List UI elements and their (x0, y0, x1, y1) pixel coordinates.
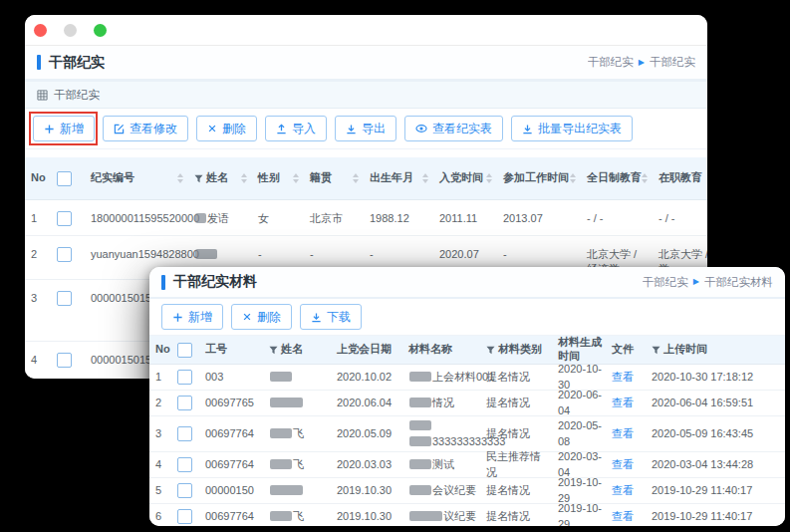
table-cell-generated_date: 2020-10-30 (552, 365, 606, 390)
row-checkbox[interactable] (177, 457, 192, 472)
table-cell-generated_date: 2020-06-04 (552, 391, 606, 415)
column-header[interactable]: 出生年月 (364, 157, 433, 199)
delete-button[interactable]: 删除 (196, 116, 257, 141)
table-cell-no: 6 (149, 504, 171, 526)
redacted-text (409, 372, 431, 382)
column-header[interactable]: 参加工作时间 (497, 157, 581, 199)
maximize-window-button[interactable] (94, 24, 107, 37)
redacted-text (409, 511, 442, 521)
table-cell-employee_id: 00000150 (199, 478, 263, 503)
breadcrumb-item[interactable]: 干部纪实 (588, 55, 634, 70)
row-checkbox[interactable] (57, 353, 72, 368)
cell-text: 议纪要 (443, 510, 476, 522)
download-button[interactable]: 下载 (300, 304, 362, 330)
add-button[interactable]: 新增 (161, 304, 223, 330)
row-checkbox[interactable] (177, 483, 192, 498)
column-header-label: 籍贯 (310, 171, 332, 185)
view-record-table-button[interactable]: 查看纪实表 (404, 116, 503, 141)
row-checkbox[interactable] (57, 211, 72, 226)
view-file-link[interactable]: 查看 (612, 457, 634, 472)
table-cell-check (171, 416, 199, 451)
column-header-label: No (155, 343, 170, 357)
export-button[interactable]: 导出 (335, 116, 396, 141)
table-row: 600697764飞2019.10.30议纪要提名情况2019-10-29查看2… (149, 504, 785, 526)
page-title: 干部纪实材料 (173, 273, 257, 291)
minimize-window-button[interactable] (64, 24, 77, 37)
table-header-row: No工号姓名上党会日期材料名称材料类别材料生成时间文件上传时间 (149, 336, 785, 365)
table-cell-generated_date: 2020-03-04 (552, 452, 606, 477)
column-header-label: 姓名 (281, 343, 303, 357)
title-accent-bar (161, 275, 165, 290)
column-header-label: 在职教育 (658, 171, 702, 185)
column-header-label: 入党时间 (439, 171, 483, 185)
sort-icon[interactable] (642, 173, 650, 183)
table-header-row: No纪实编号姓名性别籍贯出生年月入党时间参加工作时间全日制教育在职教育 (25, 157, 707, 200)
close-window-button[interactable] (34, 24, 47, 37)
column-header-label: 上传时间 (663, 343, 707, 357)
column-header-label: 材料类别 (498, 343, 542, 357)
row-checkbox[interactable] (177, 426, 192, 441)
delete-button[interactable]: 删除 (231, 304, 292, 330)
breadcrumb-item[interactable]: 干部纪实 (643, 275, 688, 290)
add-button[interactable]: 新增 (33, 116, 95, 141)
view-file-link[interactable]: 查看 (612, 370, 634, 385)
table-cell-name (263, 391, 331, 415)
table-cell-material_name: 情况 (402, 391, 480, 415)
sort-icon[interactable] (241, 173, 249, 183)
table-cell-meeting_date: 2020.06.04 (331, 391, 402, 415)
column-header-label: 工号 (205, 343, 227, 357)
view-file-link[interactable]: 查看 (612, 509, 634, 524)
column-header-label: 全日制教育 (587, 171, 642, 185)
column-header[interactable]: 全日制教育 (581, 157, 653, 199)
sort-icon[interactable] (422, 173, 430, 183)
row-checkbox[interactable] (57, 247, 72, 262)
table-cell-material_type: 提名情况 (480, 365, 552, 390)
view-edit-button[interactable]: 查看修改 (103, 116, 188, 141)
view-file-link[interactable]: 查看 (612, 426, 634, 441)
table-cell-no: 3 (25, 280, 51, 341)
import-button[interactable]: 导入 (265, 116, 327, 141)
cell-text: 测试 (432, 458, 454, 470)
select-all-checkbox[interactable] (177, 343, 192, 358)
sort-icon[interactable] (486, 173, 494, 183)
table-cell-no: 5 (149, 478, 171, 503)
plus-icon (172, 312, 183, 323)
sort-icon[interactable] (353, 173, 361, 183)
view-file-link[interactable]: 查看 (612, 396, 634, 410)
table-cell-native_place: 北京市 (304, 200, 364, 235)
redacted-text (409, 459, 431, 469)
row-checkbox[interactable] (177, 370, 192, 385)
table-cell-no: 2 (149, 391, 171, 415)
row-checkbox[interactable] (177, 396, 192, 410)
column-header-label: 参加工作时间 (503, 171, 569, 185)
table-cell-party_join_date: 2011.11 (433, 200, 497, 235)
sort-icon[interactable] (177, 173, 185, 183)
column-header[interactable]: 纪实编号 (85, 157, 188, 199)
table-cell-meeting_date: 2019.10.30 (331, 478, 402, 503)
row-checkbox[interactable] (177, 509, 192, 524)
cell-text: 情况 (432, 397, 454, 408)
column-header-label: 上党会日期 (337, 343, 392, 357)
column-header: 在职教育 (653, 157, 707, 199)
column-header[interactable]: 籍贯 (304, 157, 364, 199)
breadcrumb-item-current: 干部纪实 (650, 55, 695, 70)
redacted-text (270, 485, 303, 495)
row-checkbox[interactable] (57, 291, 72, 306)
select-all-checkbox[interactable] (57, 171, 72, 186)
column-header (51, 157, 85, 199)
sort-icon[interactable] (293, 173, 301, 183)
column-header: No (149, 336, 171, 364)
column-header-label: 材料生成时间 (558, 336, 603, 364)
column-header: 材料名称 (402, 336, 480, 364)
view-file-link[interactable]: 查看 (612, 483, 634, 498)
column-header[interactable]: 姓名 (188, 157, 252, 199)
panel-header: 干部纪实 (25, 82, 707, 109)
cell-text: 发语 (207, 212, 229, 224)
sort-icon[interactable] (570, 173, 578, 183)
column-header[interactable]: 入党时间 (433, 157, 497, 199)
table-cell-material_type: 提名情况 (480, 416, 552, 451)
breadcrumb-separator-icon: ▶ (639, 59, 645, 67)
table-cell-meeting_date: 2020.05.09 (331, 416, 402, 451)
batch-export-record-table-button[interactable]: 批量导出纪实表 (511, 116, 633, 141)
column-header[interactable]: 性别 (252, 157, 304, 199)
